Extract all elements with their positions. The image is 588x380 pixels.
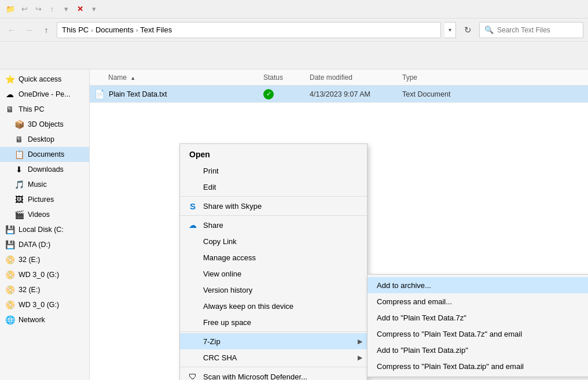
col-header-type[interactable]: Type xyxy=(402,73,588,82)
ctx-manage-access[interactable]: Manage access xyxy=(180,249,367,265)
file-cell-type: Text Document xyxy=(402,90,588,98)
forward-button[interactable]: → xyxy=(22,23,36,37)
videos-icon: 🎬 xyxy=(14,209,24,220)
sidebar: ⭐ Quick access ☁ OneDrive - Pe... 🖥 This… xyxy=(0,69,90,380)
ctx-free-up[interactable]: Free up space xyxy=(180,314,367,330)
table-row[interactable]: 📄 Plain Text Data.txt ✓ 4/13/2023 9:07 A… xyxy=(90,86,588,103)
cloud-share-icon: ☁ xyxy=(187,219,199,231)
more-icon[interactable]: ▾ xyxy=(88,3,100,15)
sidebar-item-32-e2[interactable]: 📀 32 (E:) xyxy=(0,282,89,297)
this-pc-icon: 🖥 xyxy=(5,104,15,115)
ctx-edit[interactable]: Edit xyxy=(180,179,367,195)
sidebar-item-wd-g[interactable]: 📀 WD 3_0 (G:) xyxy=(0,267,89,282)
title-bar: 📁 ↩ ↪ ↑ ▾ ✕ ▾ xyxy=(0,0,588,19)
up-icon[interactable]: ↑ xyxy=(46,3,58,15)
ctx-divider-3 xyxy=(180,331,367,332)
main-layout: ⭐ Quick access ☁ OneDrive - Pe... 🖥 This… xyxy=(0,69,588,380)
arrow-crc-sha: ▶ xyxy=(358,354,362,361)
onedrive-icon: ☁ xyxy=(5,89,15,99)
search-icon: 🔍 xyxy=(484,25,494,34)
search-input[interactable] xyxy=(497,26,584,34)
desktop-icon: 🖥 xyxy=(14,134,24,145)
defender-icon: 🛡 xyxy=(187,371,199,380)
wd-g-icon: 📀 xyxy=(5,270,15,280)
redo-icon[interactable]: ↪ xyxy=(32,3,44,15)
search-box[interactable]: 🔍 xyxy=(479,22,583,38)
close-icon[interactable]: ✕ xyxy=(74,3,86,15)
sidebar-item-desktop[interactable]: 🖥 Desktop xyxy=(0,132,89,147)
sidebar-item-music[interactable]: 🎵 Music xyxy=(0,177,89,192)
sidebar-item-local-disk[interactable]: 💾 Local Disk (C: xyxy=(0,222,89,237)
sidebar-item-this-pc[interactable]: 🖥 This PC xyxy=(0,102,89,117)
wd-g2-icon: 📀 xyxy=(5,300,15,310)
ctx-scan-defender[interactable]: 🛡 Scan with Microsoft Defender... xyxy=(180,368,367,380)
sidebar-label-32-e: 32 (E:) xyxy=(19,256,41,264)
local-disk-icon: 💾 xyxy=(5,224,15,235)
sub-compress-email[interactable]: Compress and email... xyxy=(368,293,588,309)
ctx-share-skype[interactable]: S Share with Skype xyxy=(180,198,367,214)
ctx-divider-1 xyxy=(180,196,367,197)
undo-icon[interactable]: ↩ xyxy=(19,3,30,15)
path-sep-2: › xyxy=(136,27,138,34)
ctx-share-cloud[interactable]: ☁ Share xyxy=(180,217,367,233)
sidebar-item-32-e[interactable]: 📀 32 (E:) xyxy=(0,252,89,267)
ctx-7zip[interactable]: 7-Zip ▶ xyxy=(180,333,367,349)
folder-icon: 📁 xyxy=(5,3,16,15)
sidebar-label-music: Music xyxy=(28,180,47,189)
sub-add-7z[interactable]: Add to "Plain Text Data.7z" xyxy=(368,309,588,326)
sub-add-archive[interactable]: Add to archive... xyxy=(368,277,588,293)
path-documents[interactable]: Documents xyxy=(95,25,134,34)
sidebar-label-desktop: Desktop xyxy=(28,135,54,143)
sidebar-item-pictures[interactable]: 🖼 Pictures xyxy=(0,192,89,207)
sub-compress-zip-email[interactable]: Compress to "Plain Text Data.zip" and em… xyxy=(368,358,588,374)
sort-arrow: ▲ xyxy=(130,75,135,81)
sidebar-label-wd-g2: WD 3_0 (G:) xyxy=(19,301,59,309)
file-name: Plain Text Data.txt xyxy=(109,90,167,98)
sidebar-item-videos[interactable]: 🎬 Videos xyxy=(0,207,89,222)
sub-compress-7z-email[interactable]: Compress to "Plain Text Data.7z" and ema… xyxy=(368,326,588,342)
address-path[interactable]: This PC › Documents › Text Files xyxy=(57,22,441,38)
up-button[interactable]: ↑ xyxy=(39,23,53,37)
address-bar: ← → ↑ This PC › Documents › Text Files ▾… xyxy=(0,19,588,42)
ctx-print[interactable]: Print xyxy=(180,163,367,179)
sidebar-item-data-d[interactable]: 💾 DATA (D:) xyxy=(0,237,89,252)
path-this-pc[interactable]: This PC xyxy=(62,25,89,34)
pictures-icon: 🖼 xyxy=(14,194,24,205)
sidebar-label-data-d: DATA (D:) xyxy=(19,241,50,249)
sidebar-item-documents[interactable]: 📋 Documents xyxy=(0,147,89,162)
ctx-crc-sha[interactable]: CRC SHA ▶ xyxy=(180,349,367,366)
network-icon: 🌐 xyxy=(5,315,15,325)
col-header-date[interactable]: Date modified xyxy=(310,73,402,82)
path-sep-1: › xyxy=(91,27,93,34)
sidebar-item-downloads[interactable]: ⬇ Downloads xyxy=(0,162,89,177)
submenu: Add to archive... Compress and email... … xyxy=(367,274,588,377)
sidebar-item-onedrive[interactable]: ☁ OneDrive - Pe... xyxy=(0,87,89,102)
ctx-divider-2 xyxy=(180,215,367,216)
data-d-icon: 💾 xyxy=(5,239,15,250)
col-header-status[interactable]: Status xyxy=(263,73,310,82)
file-cell-date: 4/13/2023 9:07 AM xyxy=(310,90,402,98)
col-header-name[interactable]: Name ▲ xyxy=(90,73,263,82)
32-e2-icon: 📀 xyxy=(5,285,15,295)
path-text-files[interactable]: Text Files xyxy=(140,25,172,34)
ctx-version-history[interactable]: Version history xyxy=(180,282,367,298)
title-bar-icons: 📁 ↩ ↪ ↑ ▾ ✕ ▾ xyxy=(5,3,100,15)
ctx-open[interactable]: Open xyxy=(180,146,367,163)
sub-add-zip[interactable]: Add to "Plain Text Data.zip" xyxy=(368,342,588,358)
sidebar-item-wd-g2[interactable]: 📀 WD 3_0 (G:) xyxy=(0,297,89,312)
sidebar-label-local-disk: Local Disk (C: xyxy=(19,226,64,234)
sidebar-item-network[interactable]: 🌐 Network xyxy=(0,312,89,327)
ctx-view-online[interactable]: View online xyxy=(180,265,367,282)
ctx-copy-link[interactable]: Copy Link xyxy=(180,233,367,249)
context-menu: Open Print Edit S Share with Skype ☁ Sha… xyxy=(179,143,368,380)
ribbon xyxy=(0,42,588,69)
sidebar-item-3d-objects[interactable]: 📦 3D Objects xyxy=(0,117,89,132)
back-button[interactable]: ← xyxy=(5,23,19,37)
sidebar-item-quick-access[interactable]: ⭐ Quick access xyxy=(0,72,89,87)
file-header: Name ▲ Status Date modified Type xyxy=(90,69,588,86)
sidebar-label-3d-objects: 3D Objects xyxy=(28,120,64,128)
ctx-always-keep[interactable]: Always keep on this device xyxy=(180,298,367,314)
dropdown-icon[interactable]: ▾ xyxy=(60,3,72,15)
refresh-button[interactable]: ↻ xyxy=(460,22,476,38)
address-dropdown[interactable]: ▾ xyxy=(444,22,456,38)
